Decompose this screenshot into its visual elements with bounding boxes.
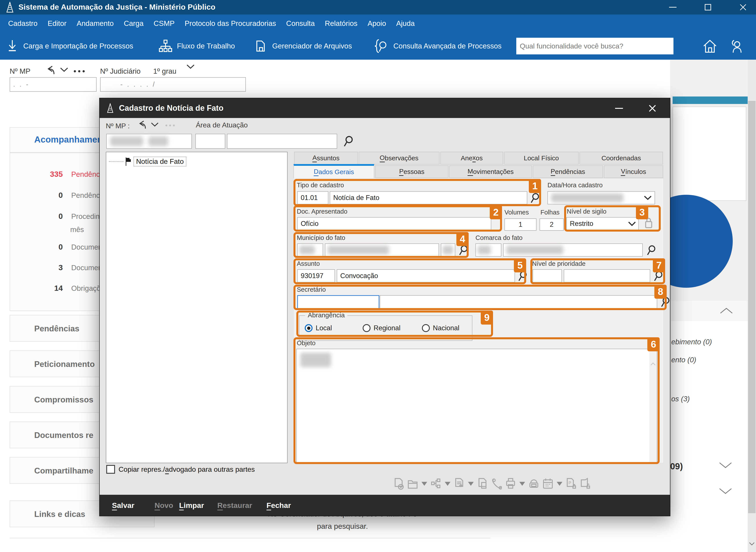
dialog-titlebar[interactable]: Cadastro de Notícia de Fato — [100, 98, 670, 118]
comarca-name-input[interactable] — [503, 244, 643, 257]
menu-editor[interactable]: Editor — [42, 19, 72, 28]
right-panel-header-bar — [673, 97, 749, 104]
toolbar: Carga e Importação de Processos Fluxo de… — [0, 32, 756, 60]
menu-andamento[interactable]: Andamento — [72, 19, 119, 28]
menu-relatorios[interactable]: Relatórios — [320, 19, 363, 28]
tab-dados-gerais[interactable]: Dados Gerais — [294, 164, 374, 178]
functionality-search-input[interactable] — [516, 38, 673, 54]
datahora-chevron-down-icon[interactable] — [644, 195, 652, 200]
tab-coordenadas[interactable]: Coordenadas — [579, 152, 663, 164]
undo-icon[interactable] — [46, 65, 56, 75]
collapse-chevron-up-icon[interactable] — [719, 307, 734, 314]
area-atuacao-code-input[interactable] — [195, 134, 225, 149]
annotation-box-7: 7 — [530, 258, 665, 284]
scrollbar-thumb[interactable] — [748, 101, 756, 513]
stat-row[interactable]: 14 Obrigaçõ — [30, 284, 101, 293]
tab-assuntos[interactable]: Assuntos — [294, 152, 358, 164]
tab-movimentacoes[interactable]: Movimentações — [449, 165, 532, 178]
maximize-icon[interactable] — [704, 3, 712, 11]
open-folder-icon[interactable] — [407, 478, 418, 490]
stat-row[interactable]: 0 Pendência — [30, 191, 105, 199]
dialog-minimize-icon[interactable] — [615, 107, 623, 110]
tab-vinculos[interactable]: Vínculos — [604, 165, 663, 178]
copy-document-icon[interactable] — [477, 478, 488, 490]
print-icon[interactable] — [505, 478, 516, 490]
salvar-button[interactable]: Salvar — [112, 501, 134, 510]
tab-observacoes[interactable]: Observações — [359, 152, 439, 164]
dropdown-caret-icon[interactable] — [421, 482, 427, 486]
menu-apoio[interactable]: Apoio — [362, 19, 391, 28]
expand-chevron-down-icon[interactable] — [718, 487, 733, 495]
scrollbar-down-arrow-icon[interactable] — [749, 542, 755, 546]
datahora-cadastro-input[interactable] — [547, 191, 655, 204]
calendar-icon[interactable] — [543, 478, 553, 490]
dropdown-caret-icon[interactable] — [519, 482, 525, 486]
menu-consulta[interactable]: Consulta — [281, 19, 320, 28]
dropdown-caret-icon[interactable] — [557, 482, 562, 486]
toolbar-fluxo-trabalho[interactable]: Fluxo de Trabalho — [158, 32, 235, 60]
comarca-search-icon[interactable] — [646, 244, 656, 256]
dialog-mp-number-input[interactable] — [106, 134, 192, 149]
tree-panel[interactable]: Notícia de Fato — [106, 152, 288, 463]
dialog-area-atuacao-label: Área de Atuação — [196, 121, 248, 129]
grau-chevron-down-icon[interactable] — [186, 64, 195, 69]
fechar-button[interactable]: Fechar — [266, 501, 291, 510]
more-options-icon[interactable] — [73, 70, 85, 73]
area-atuacao-input[interactable] — [227, 134, 337, 149]
tree-node-noticia-fato[interactable]: Notícia de Fato — [109, 157, 186, 166]
area-atuacao-search-icon[interactable] — [342, 135, 354, 147]
copiar-representante-checkbox-row[interactable]: Copiar repres./advogado para outras part… — [106, 465, 255, 474]
annotation-badge: 5 — [514, 258, 526, 272]
menu-csmp[interactable]: CSMP — [148, 19, 180, 28]
menu-cadastro[interactable]: Cadastro — [3, 19, 42, 28]
minimize-icon[interactable] — [669, 6, 677, 9]
expand-chevron-down-icon[interactable] — [718, 461, 733, 469]
tab-pessoas[interactable]: Pessoas — [375, 165, 448, 178]
app-window: Sistema de Automação da Justiça - Minist… — [0, 0, 756, 552]
toolbar-carga-importacao[interactable]: Carga e Importação de Processos — [6, 32, 133, 60]
toolbar-consulta-avancada[interactable]: Consulta Avançada de Processos — [374, 32, 502, 60]
redacted-value — [551, 193, 623, 202]
mp-number-input[interactable]: . . - — [10, 77, 97, 92]
workflow-small-icon[interactable] — [431, 478, 441, 490]
stat-row[interactable]: 335 Pendência — [30, 170, 105, 178]
volumes-input[interactable]: 1 — [505, 219, 536, 231]
scan-icon[interactable] — [529, 478, 539, 490]
toolbar-gerenciador-arquivos[interactable]: Gerenciador de Arquivos — [255, 32, 352, 60]
dropdown-caret-icon[interactable] — [468, 482, 474, 486]
document-unlock-icon[interactable] — [580, 478, 590, 490]
chevron-down-icon[interactable] — [60, 67, 69, 73]
limpar-button[interactable]: Limpar — [179, 501, 204, 510]
folhas-input[interactable]: 2 — [540, 219, 564, 231]
dialog-logo-icon — [105, 103, 115, 113]
phone-icon[interactable] — [491, 478, 502, 490]
stat-label: Procedim — [71, 212, 102, 221]
stat-row[interactable]: 0 Procedim — [30, 212, 102, 221]
user-profile-icon[interactable] — [728, 38, 744, 54]
restaurar-button[interactable]: Restaurar — [217, 501, 252, 510]
checkbox-icon[interactable] — [106, 465, 115, 474]
menu-protocolo[interactable]: Protocolo das Procuradorias — [180, 19, 281, 28]
annotation-badge: 1 — [529, 179, 541, 193]
tab-local-fisico[interactable]: Local Físico — [504, 152, 579, 164]
forward-document-icon[interactable] — [454, 478, 464, 490]
menu-ajuda[interactable]: Ajuda — [391, 19, 420, 28]
new-document-icon[interactable] — [393, 478, 404, 490]
tab-pendencias[interactable]: Pendências — [533, 165, 603, 178]
judiciario-number-input[interactable]: - . . . . / — [100, 77, 246, 92]
dropdown-caret-icon[interactable] — [445, 482, 450, 486]
document-lock-icon[interactable]: P — [566, 478, 576, 490]
menu-carga[interactable]: Carga — [119, 19, 148, 28]
dialog-chevron-down-icon[interactable] — [150, 122, 159, 127]
dialog-close-icon[interactable] — [648, 104, 657, 113]
stat-row[interactable]: 0 Documen — [30, 243, 102, 251]
dialog-more-options-icon[interactable] — [165, 124, 176, 127]
annotation-box-5: 5 — [294, 258, 526, 284]
home-icon[interactable] — [702, 39, 718, 54]
stat-row[interactable]: 3 Documen — [30, 263, 102, 272]
dialog-undo-icon[interactable] — [137, 120, 147, 129]
close-icon[interactable] — [739, 3, 747, 11]
novo-button[interactable]: Novo — [154, 501, 173, 510]
comarca-code-input[interactable] — [475, 244, 501, 257]
tab-anexos[interactable]: Anexos — [440, 152, 503, 164]
